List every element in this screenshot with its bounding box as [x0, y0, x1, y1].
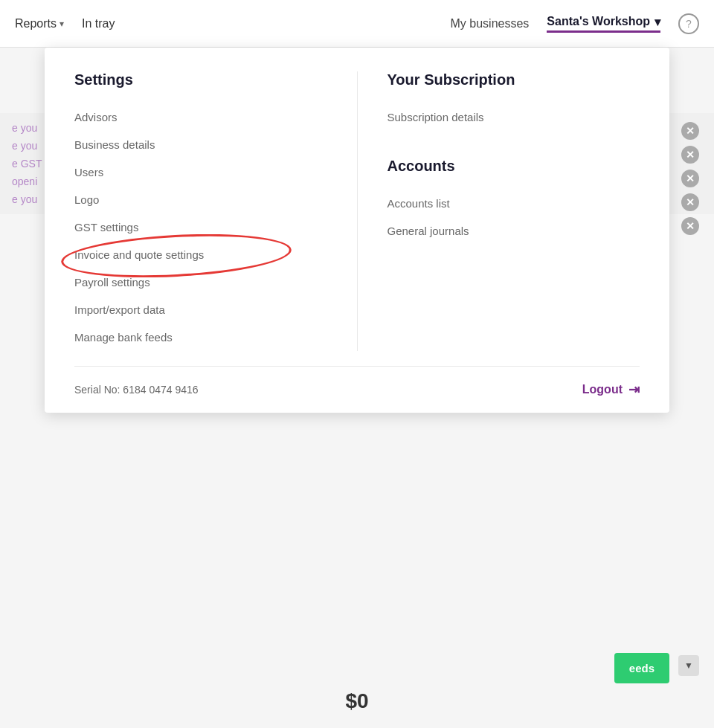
settings-title: Settings [74, 71, 327, 88]
menu-item-users[interactable]: Users [74, 158, 327, 186]
circle-icon-2: ✕ [681, 146, 699, 164]
my-businesses-nav-item[interactable]: My businesses [451, 17, 530, 30]
help-icon: ? [686, 18, 692, 30]
menu-item-logo[interactable]: Logo [74, 186, 327, 213]
accounts-title: Accounts [387, 158, 640, 175]
menu-item-import-export[interactable]: Import/export data [74, 296, 327, 323]
nav-left: Reports ▾ In tray [15, 17, 115, 30]
business-chevron-icon: ▾ [654, 15, 660, 29]
circle-icon-5: ✕ [681, 217, 699, 235]
circle-icon-3: ✕ [681, 170, 699, 187]
reports-chevron-icon: ▾ [60, 19, 64, 29]
dropdown-arrow-button[interactable]: ▼ [678, 655, 699, 676]
green-button-label: eeds [629, 662, 654, 674]
logout-icon: ⇥ [628, 381, 640, 398]
serial-number: Serial No: 6184 0474 9416 [74, 384, 199, 396]
menu-item-general-journals[interactable]: General journals [387, 217, 640, 245]
my-businesses-label: My businesses [451, 17, 530, 30]
menu-item-advisors[interactable]: Advisors [74, 103, 327, 131]
menu-item-accounts-list[interactable]: Accounts list [387, 190, 640, 217]
subscription-accounts-column: Your Subscription Subscription details A… [357, 71, 640, 351]
your-subscription-title: Your Subscription [387, 71, 640, 88]
dropdown-content: Settings Advisors Business details Users… [74, 71, 640, 351]
in-tray-label: In tray [82, 17, 115, 30]
nav-right: My businesses Santa's Workshop ▾ ? [451, 13, 699, 34]
dropdown-footer: Serial No: 6184 0474 9416 Logout ⇥ [74, 366, 640, 413]
circle-icon-1: ✕ [681, 122, 699, 140]
in-tray-nav-item[interactable]: In tray [82, 17, 115, 30]
menu-item-business-details[interactable]: Business details [74, 131, 327, 158]
reports-label: Reports [15, 17, 57, 30]
menu-item-gst-settings[interactable]: GST settings [74, 213, 327, 241]
circled-item-wrapper: Invoice and quote settings [74, 241, 327, 268]
business-name-label: Santa's Workshop [547, 15, 650, 28]
menu-item-payroll-settings[interactable]: Payroll settings [74, 268, 327, 296]
settings-column: Settings Advisors Business details Users… [74, 71, 357, 351]
menu-item-manage-bank-feeds[interactable]: Manage bank feeds [74, 323, 327, 351]
reports-nav-item[interactable]: Reports ▾ [15, 17, 64, 30]
help-button[interactable]: ? [678, 13, 699, 34]
logout-button[interactable]: Logout ⇥ [582, 381, 640, 398]
logout-label: Logout [582, 383, 623, 396]
menu-item-invoice-quote-settings[interactable]: Invoice and quote settings [74, 241, 327, 268]
green-button[interactable]: eeds [614, 653, 669, 683]
navbar: Reports ▾ In tray My businesses Santa's … [0, 0, 714, 48]
circle-icons-group: ✕ ✕ ✕ ✕ ✕ [681, 122, 699, 235]
circle-icon-4: ✕ [681, 193, 699, 211]
dollar-amount: $0 [345, 689, 368, 713]
dropdown-arrow-icon: ▼ [684, 660, 693, 671]
settings-dropdown: Settings Advisors Business details Users… [45, 48, 669, 413]
menu-item-subscription-details[interactable]: Subscription details [387, 103, 640, 131]
business-name-nav-item[interactable]: Santa's Workshop ▾ [547, 15, 660, 33]
